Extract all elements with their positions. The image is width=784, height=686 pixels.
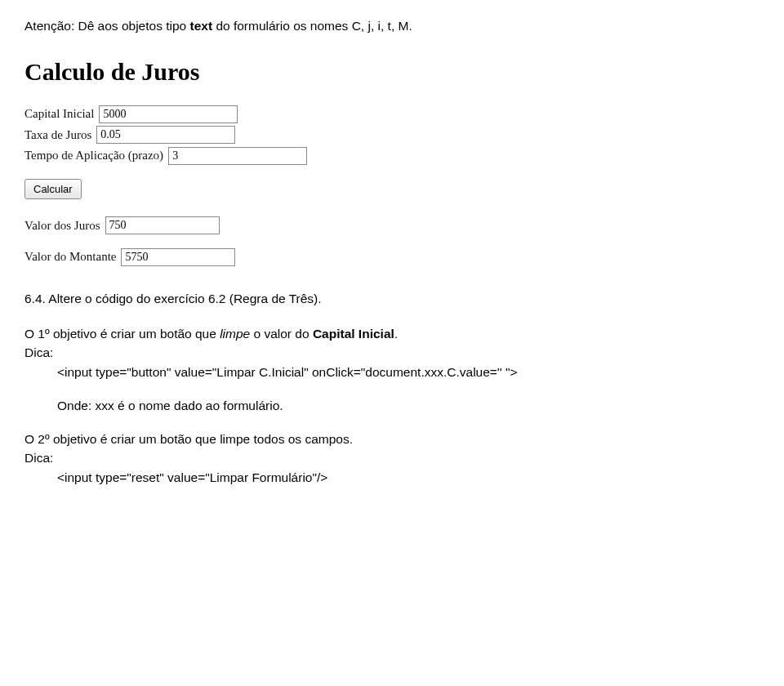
row-tempo: Tempo de Aplicação (prazo)	[24, 146, 760, 165]
dica-1: Dica:	[24, 343, 760, 362]
juros-label: Valor dos Juros	[24, 216, 100, 235]
obj1-italic: limpe	[220, 327, 250, 341]
row-taxa: Taxa de Juros	[24, 126, 760, 145]
obj1-mid: o valor do	[250, 327, 313, 341]
section-6-4: 6.4. Altere o código do exercício 6.2 (R…	[24, 289, 760, 487]
objective-2: O 2º objetivo é criar um botão que limpe…	[24, 430, 760, 448]
row-juros: Valor dos Juros	[24, 216, 760, 235]
obj1-bold: Capital Inicial	[313, 327, 394, 341]
tempo-input[interactable]	[168, 147, 307, 165]
objective-1: O 1º objetivo é criar um botão que limpe…	[24, 324, 760, 343]
code-snippet-2: <input type="reset" value="Limpar Formul…	[57, 468, 760, 487]
juros-input[interactable]	[105, 216, 220, 234]
intro-prefix: Atenção: Dê aos objetos tipo	[24, 19, 190, 33]
intro-bold-text: text	[190, 19, 213, 33]
obj1-suffix: .	[394, 327, 398, 341]
montante-label: Valor do Montante	[24, 247, 116, 266]
form-title: Calculo de Juros	[24, 53, 760, 90]
taxa-label: Taxa de Juros	[24, 126, 91, 145]
row-capital: Capital Inicial	[24, 105, 760, 123]
row-montante: Valor do Montante	[24, 247, 760, 266]
tempo-label: Tempo de Aplicação (prazo)	[24, 146, 163, 165]
intro-paragraph: Atenção: Dê aos objetos tipo text do for…	[24, 16, 760, 35]
montante-input[interactable]	[121, 248, 235, 266]
taxa-input[interactable]	[96, 126, 235, 144]
section-heading: 6.4. Altere o código do exercício 6.2 (R…	[24, 289, 760, 308]
dica-2: Dica:	[24, 448, 760, 467]
onde-note: Onde: xxx é o nome dado ao formulário.	[57, 396, 760, 415]
capital-label: Capital Inicial	[24, 105, 94, 123]
intro-rest: do formulário os nomes C, j, i, t, M.	[212, 19, 412, 33]
obj1-prefix: O 1º objetivo é criar um botão que	[24, 327, 220, 341]
capital-input[interactable]	[99, 105, 238, 123]
code-snippet-1: <input type="button" value="Limpar C.Ini…	[57, 363, 760, 381]
form-sample: Calculo de Juros Capital Inicial Taxa de…	[24, 53, 760, 266]
calcular-button[interactable]: Calcular	[24, 179, 82, 199]
